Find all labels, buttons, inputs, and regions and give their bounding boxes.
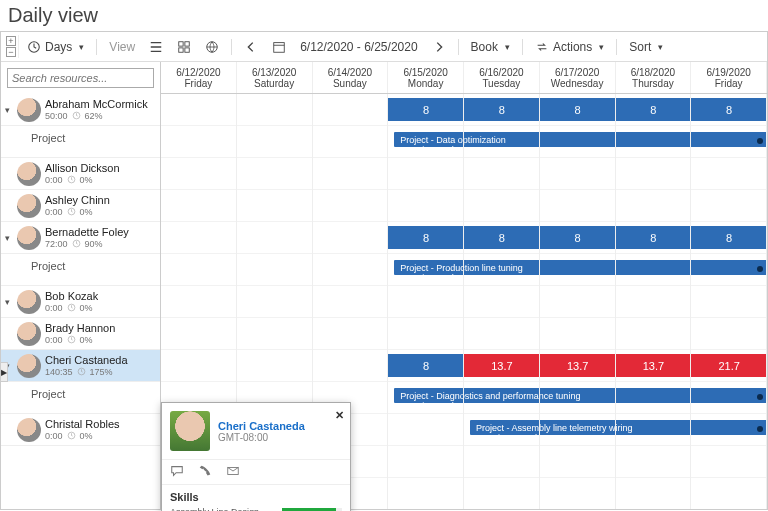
swap-icon — [535, 40, 549, 54]
expand-icon[interactable]: ▾ — [5, 297, 13, 307]
column-header[interactable]: 6/19/2020Friday — [691, 62, 767, 93]
resource-name: Brady Hannon — [45, 322, 115, 335]
search-input[interactable] — [12, 72, 151, 84]
project-row: Project — [1, 254, 160, 286]
project-row: Project — [1, 382, 160, 414]
svg-rect-1 — [179, 41, 183, 45]
page-title: Daily view — [0, 0, 768, 31]
avatar — [17, 226, 41, 250]
resource-panel: ▾Abraham McCormick50:00 62%ProjectAlliso… — [1, 62, 161, 509]
resource-meta: 140:35 175% — [45, 367, 128, 377]
resource-row[interactable]: Allison Dickson0:00 0% — [1, 158, 160, 190]
expand-all-icon[interactable]: + — [6, 36, 16, 46]
search-box[interactable] — [7, 68, 154, 88]
resource-meta: 0:00 0% — [45, 335, 115, 345]
resource-row[interactable]: Brady Hannon0:00 0% — [1, 318, 160, 350]
resource-meta: 72:00 90% — [45, 239, 129, 249]
close-icon[interactable]: ✕ — [335, 409, 344, 422]
skill-row: Assembly Line Design — [170, 505, 342, 511]
globe-icon — [205, 40, 219, 54]
card-name: Cheri Castaneda — [218, 420, 305, 432]
expand-icon[interactable]: ▾ — [5, 233, 13, 243]
avatar — [17, 194, 41, 218]
toolbar: + − Days View 6/12/2020 - 6/25/2020 Book… — [1, 32, 767, 62]
date-range[interactable]: 6/12/2020 - 6/25/2020 — [294, 38, 423, 56]
view-label: View — [103, 38, 141, 56]
sort-dropdown[interactable]: Sort — [623, 38, 669, 56]
column-header[interactable]: 6/18/2020Thursday — [616, 62, 692, 93]
project-row: Project — [1, 126, 160, 158]
avatar — [17, 290, 41, 314]
resource-row[interactable]: ▾Cheri Castaneda140:35 175% — [1, 350, 160, 382]
resource-row[interactable]: Ashley Chinn0:00 0% — [1, 190, 160, 222]
clock-icon — [27, 40, 41, 54]
panel-collapse-handle[interactable]: ▶ — [0, 362, 8, 382]
resource-name: Bernadette Foley — [45, 226, 129, 239]
column-header[interactable]: 6/14/2020Sunday — [313, 62, 389, 93]
avatar — [17, 418, 41, 442]
book-dropdown[interactable]: Book — [465, 38, 516, 56]
svg-rect-4 — [185, 47, 189, 51]
calendar-icon — [272, 40, 286, 54]
svg-rect-6 — [274, 42, 285, 52]
resource-meta: 0:00 0% — [45, 431, 120, 441]
resource-name: Christal Robles — [45, 418, 120, 431]
days-dropdown[interactable]: Days — [21, 38, 90, 56]
phone-icon[interactable] — [198, 464, 212, 478]
mail-icon[interactable] — [226, 464, 240, 478]
view-list-icon[interactable] — [143, 38, 169, 56]
resource-name: Ashley Chinn — [45, 194, 110, 207]
resource-meta: 0:00 0% — [45, 175, 120, 185]
resource-name: Allison Dickson — [45, 162, 120, 175]
collapse-all-icon[interactable]: − — [6, 47, 16, 57]
resource-name: Abraham McCormick — [45, 98, 148, 111]
resource-row[interactable]: ▾Bernadette Foley72:00 90% — [1, 222, 160, 254]
view-grid-icon[interactable] — [171, 38, 197, 56]
avatar — [170, 411, 210, 451]
next-button[interactable] — [426, 38, 452, 56]
resource-meta: 0:00 0% — [45, 303, 98, 313]
skills-heading: Skills — [170, 491, 342, 503]
resource-row[interactable]: Christal Robles0:00 0% — [1, 414, 160, 446]
resource-row[interactable]: ▾Abraham McCormick50:00 62% — [1, 94, 160, 126]
list-icon — [149, 40, 163, 54]
view-map-icon[interactable] — [199, 38, 225, 56]
chat-icon[interactable] — [170, 464, 184, 478]
avatar — [17, 322, 41, 346]
avatar — [17, 354, 41, 378]
column-header[interactable]: 6/13/2020Saturday — [237, 62, 313, 93]
resource-name: Bob Kozak — [45, 290, 98, 303]
column-header[interactable]: 6/15/2020Monday — [388, 62, 464, 93]
card-timezone: GMT-08:00 — [218, 432, 305, 443]
avatar — [17, 162, 41, 186]
expand-icon[interactable]: ▾ — [5, 105, 13, 115]
chevron-left-icon — [244, 40, 258, 54]
resource-card: ✕ Cheri Castaneda GMT-08:00 Skills Assem… — [161, 402, 351, 511]
svg-rect-3 — [179, 47, 183, 51]
chevron-right-icon — [432, 40, 446, 54]
resource-row[interactable]: ▾Bob Kozak0:00 0% — [1, 286, 160, 318]
actions-dropdown[interactable]: Actions — [529, 38, 610, 56]
svg-rect-2 — [185, 41, 189, 45]
resource-name: Cheri Castaneda — [45, 354, 128, 367]
calendar-button[interactable] — [266, 38, 292, 56]
avatar — [17, 98, 41, 122]
column-header[interactable]: 6/17/2020Wednesday — [540, 62, 616, 93]
column-header[interactable]: 6/16/2020Tuesday — [464, 62, 540, 93]
resource-meta: 50:00 62% — [45, 111, 148, 121]
grid-icon — [177, 40, 191, 54]
resource-meta: 0:00 0% — [45, 207, 110, 217]
column-header[interactable]: 6/12/2020Friday — [161, 62, 237, 93]
prev-button[interactable] — [238, 38, 264, 56]
